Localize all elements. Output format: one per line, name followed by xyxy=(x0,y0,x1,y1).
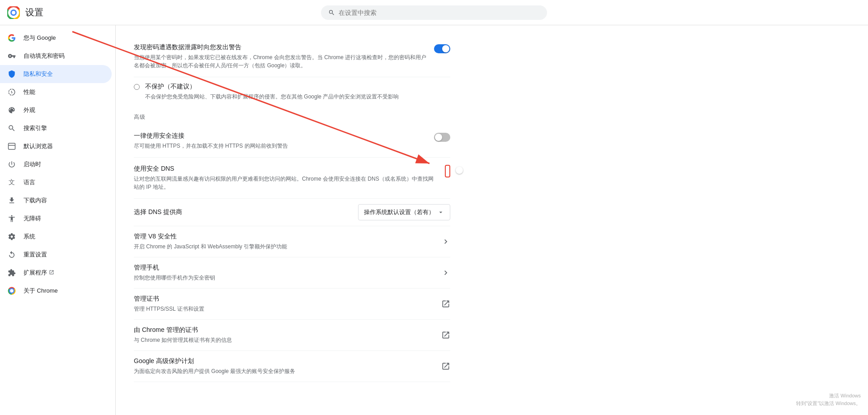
google-protection-desc: 为面临定向攻击风险的用户提供 Google 最强大的账号安全保护服务 xyxy=(134,367,295,375)
sidebar-item-reset-label: 重置设置 xyxy=(24,251,47,259)
v8-security-text: 管理 V8 安全性 开启 Chrome 的 JavaScript 和 WebAs… xyxy=(134,233,287,251)
no-protection-radio[interactable] xyxy=(134,84,140,90)
secure-dns-title: 使用安全 DNS xyxy=(134,165,438,173)
no-protection-desc: 不会保护您免受危险网站、下载内容和扩展程序的侵害。您在其他 Google 产品中… xyxy=(145,93,399,101)
sidebar-item-extensions[interactable]: 扩展程序 xyxy=(0,264,112,282)
no-protection-text: 不保护（不建议） 不会保护您免受危险网站、下载内容和扩展程序的侵害。您在其他 G… xyxy=(145,83,399,101)
sidebar-item-performance-label: 性能 xyxy=(24,88,35,96)
sidebar: 您与 Google 自动填充和密码 隐私和安全 性能 外观 xyxy=(0,25,116,415)
chrome-certs-text: 由 Chrome 管理的证书 与 Chrome 如何管理其根证书有关的信息 xyxy=(134,326,232,344)
password-warning-setting: 发现密码遭遇数据泄露时向您发出警告 当您使用某个密码时，如果发现它已被在线发布，… xyxy=(134,36,450,77)
manage-phone-row[interactable]: 管理手机 控制您使用哪些手机作为安全密钥 xyxy=(134,257,450,289)
sidebar-item-reset[interactable]: 重置设置 xyxy=(0,246,112,264)
external-icon-4 xyxy=(441,331,450,340)
language-icon: 文 xyxy=(7,178,16,187)
search-input[interactable] xyxy=(339,9,540,16)
sidebar-item-appearance[interactable]: 外观 xyxy=(0,101,112,119)
sidebar-item-language[interactable]: 文 语言 xyxy=(0,173,112,191)
sidebar-item-system[interactable]: 系统 xyxy=(0,228,112,246)
sidebar-item-system-label: 系统 xyxy=(24,233,35,241)
dns-provider-row: 选择 DNS 提供商 操作系统默认设置（若有） xyxy=(134,199,450,226)
no-protection-item: 不保护（不建议） 不会保护您免受危险网站、下载内容和扩展程序的侵害。您在其他 G… xyxy=(134,77,450,106)
performance-icon xyxy=(7,88,16,97)
always-https-text: 一律使用安全连接 尽可能使用 HTTPS，并在加载不支持 HTTPS 的网站前收… xyxy=(134,132,434,150)
sidebar-item-accessibility-label: 无障碍 xyxy=(24,214,41,223)
always-https-desc: 尽可能使用 HTTPS，并在加载不支持 HTTPS 的网站前收到警告 xyxy=(134,142,427,150)
svg-point-6 xyxy=(10,289,14,293)
sidebar-item-privacy[interactable]: 隐私和安全 xyxy=(0,65,112,83)
password-warning-slider xyxy=(434,44,450,53)
sidebar-item-about[interactable]: 关于 Chrome xyxy=(0,282,112,300)
manage-certs-title: 管理证书 xyxy=(134,295,204,303)
chrome-logo-icon xyxy=(7,6,20,19)
sidebar-item-browser[interactable]: 默认浏览器 xyxy=(0,137,112,155)
chevron-right-icon-2 xyxy=(441,268,450,277)
password-warning-toggle[interactable] xyxy=(434,44,450,53)
accessibility-icon xyxy=(7,214,16,223)
external-link-icon xyxy=(49,269,54,276)
manage-certs-text: 管理证书 管理 HTTPS/SSL 证书和设置 xyxy=(134,295,204,313)
external-icon-3 xyxy=(441,299,450,308)
sidebar-item-language-label: 语言 xyxy=(24,178,35,187)
sidebar-item-startup-label: 启动时 xyxy=(24,160,41,168)
sidebar-item-downloads[interactable]: 下载内容 xyxy=(0,191,112,210)
download-icon xyxy=(7,196,16,205)
always-https-toggle[interactable] xyxy=(434,133,450,142)
sidebar-item-google-label: 您与 Google xyxy=(24,34,56,42)
search-engine-icon xyxy=(7,124,16,133)
secure-dns-toggle-highlight xyxy=(445,165,450,177)
sidebar-item-about-label: 关于 Chrome xyxy=(24,287,58,295)
chevron-down-icon xyxy=(437,209,444,216)
password-warning-desc: 当您使用某个密码时，如果发现它已被在线发布，Chrome 会向您发出警告。当 C… xyxy=(134,53,427,70)
chrome-certs-row[interactable]: 由 Chrome 管理的证书 与 Chrome 如何管理其根证书有关的信息 xyxy=(134,320,450,351)
external-icon-5 xyxy=(441,362,450,371)
always-https-title: 一律使用安全连接 xyxy=(134,132,427,140)
secure-dns-text: 使用安全 DNS 让对您的互联网流量感兴趣有访问权限的用户更难看到您访问的网站。… xyxy=(134,165,445,191)
sidebar-item-downloads-label: 下载内容 xyxy=(24,196,47,205)
reset-icon xyxy=(7,250,16,259)
browser-icon xyxy=(7,142,16,151)
secure-dns-desc: 让对您的互联网流量感兴趣有访问权限的用户更难看到您访问的网站。Chrome 会使… xyxy=(134,175,438,191)
sidebar-item-performance[interactable]: 性能 xyxy=(0,83,112,101)
windows-activation: 激活 Windows 转到"设置"以激活 Windows。 xyxy=(796,392,861,408)
manage-phone-title: 管理手机 xyxy=(134,264,215,272)
sidebar-item-search[interactable]: 搜索引擎 xyxy=(0,119,112,137)
google-protection-row[interactable]: Google 高级保护计划 为面临定向攻击风险的用户提供 Google 最强大的… xyxy=(134,351,450,382)
v8-security-title: 管理 V8 安全性 xyxy=(134,233,287,241)
v8-security-desc: 开启 Chrome 的 JavaScript 和 WebAssembly 引擎额… xyxy=(134,242,287,251)
chrome-certs-title: 由 Chrome 管理的证书 xyxy=(134,326,232,334)
windows-activation-line1: 激活 Windows xyxy=(796,392,861,400)
sidebar-item-google[interactable]: 您与 Google xyxy=(0,29,112,47)
extensions-icon xyxy=(7,268,16,277)
sidebar-item-privacy-label: 隐私和安全 xyxy=(24,70,53,78)
system-icon xyxy=(7,232,16,241)
manage-certs-row[interactable]: 管理证书 管理 HTTPS/SSL 证书和设置 xyxy=(134,289,450,320)
google-icon xyxy=(7,33,16,42)
sidebar-item-accessibility[interactable]: 无障碍 xyxy=(0,210,112,228)
search-bar[interactable] xyxy=(321,5,547,20)
sidebar-item-startup[interactable]: 启动时 xyxy=(0,155,112,173)
svg-rect-3 xyxy=(9,143,15,149)
dns-provider-label: 选择 DNS 提供商 xyxy=(134,208,182,216)
about-chrome-icon xyxy=(7,286,16,295)
settings-section: 发现密码遭遇数据泄露时向您发出警告 当您使用某个密码时，如果发现它已被在线发布，… xyxy=(134,36,450,382)
v8-security-row[interactable]: 管理 V8 安全性 开启 Chrome 的 JavaScript 和 WebAs… xyxy=(134,226,450,257)
sidebar-item-extensions-label: 扩展程序 xyxy=(24,269,47,277)
chrome-certs-desc: 与 Chrome 如何管理其根证书有关的信息 xyxy=(134,336,232,344)
chevron-right-icon xyxy=(441,237,450,246)
dns-provider-button[interactable]: 操作系统默认设置（若有） xyxy=(358,204,450,220)
advanced-label: 高级 xyxy=(134,106,450,125)
always-https-setting: 一律使用安全连接 尽可能使用 HTTPS，并在加载不支持 HTTPS 的网站前收… xyxy=(134,125,450,158)
main-content: 发现密码遭遇数据泄露时向您发出警告 当您使用某个密码时，如果发现它已被在线发布，… xyxy=(116,25,868,415)
sidebar-item-autofill[interactable]: 自动填充和密码 xyxy=(0,47,112,65)
google-protection-text: Google 高级保护计划 为面临定向攻击风险的用户提供 Google 最强大的… xyxy=(134,357,295,375)
appearance-icon xyxy=(7,106,16,115)
shield-icon xyxy=(7,70,16,79)
secure-dns-setting: 使用安全 DNS 让对您的互联网流量感兴趣有访问权限的用户更难看到您访问的网站。… xyxy=(134,158,450,199)
always-https-slider xyxy=(434,133,450,142)
sidebar-item-search-label: 搜索引擎 xyxy=(24,124,47,132)
sidebar-item-autofill-label: 自动填充和密码 xyxy=(24,52,65,60)
password-warning-title: 发现密码遭遇数据泄露时向您发出警告 xyxy=(134,43,427,51)
sidebar-item-browser-label: 默认浏览器 xyxy=(24,142,53,150)
layout: 您与 Google 自动填充和密码 隐私和安全 性能 外观 xyxy=(0,25,868,415)
